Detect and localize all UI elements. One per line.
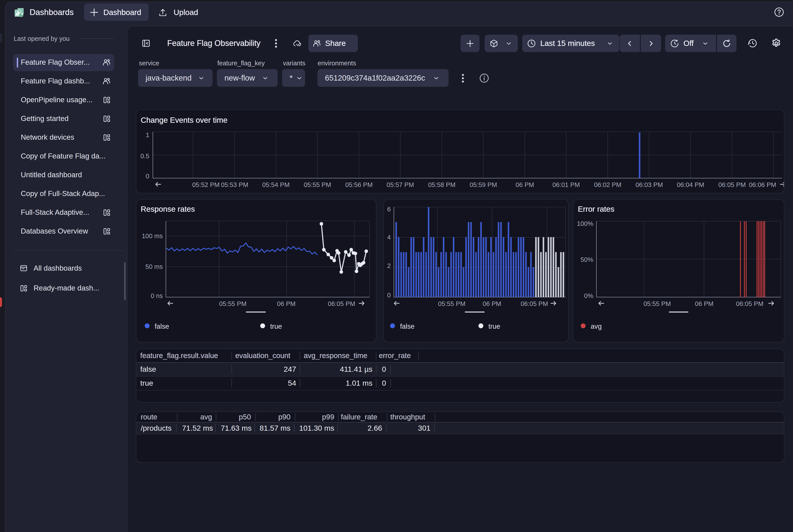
svg-text:06:06 PM: 06:06 PM [749, 181, 776, 188]
svg-text:0 ns: 0 ns [151, 292, 163, 299]
svg-text:06:05 PM: 06:05 PM [521, 300, 548, 307]
svg-text:06:04 PM: 06:04 PM [677, 181, 704, 188]
svg-text:06:05 PM: 06:05 PM [718, 181, 746, 188]
svg-text:0.5: 0.5 [141, 153, 149, 159]
svg-text:05:55 PM: 05:55 PM [643, 300, 671, 307]
svg-text:2: 2 [387, 262, 391, 269]
svg-text:05:57 PM: 05:57 PM [387, 181, 414, 188]
svg-text:50%: 50% [580, 256, 593, 263]
svg-text:true: true [270, 323, 282, 330]
svg-text:1: 1 [146, 131, 149, 138]
svg-text:06:03 PM: 06:03 PM [635, 181, 663, 188]
svg-text:05:55 PM: 05:55 PM [438, 300, 465, 307]
svg-text:06:01 PM: 06:01 PM [552, 181, 580, 188]
svg-text:avg: avg [591, 323, 602, 330]
svg-text:06:05 PM: 06:05 PM [736, 300, 763, 307]
svg-text:05:55 PM: 05:55 PM [219, 300, 246, 307]
svg-text:4: 4 [387, 234, 391, 241]
svg-text:05:54 PM: 05:54 PM [262, 181, 290, 188]
svg-text:06 PM: 06 PM [516, 181, 534, 188]
svg-text:0: 0 [387, 291, 391, 299]
svg-text:05:52 PM: 05:52 PM [192, 181, 220, 188]
svg-text:100 ms: 100 ms [142, 232, 163, 240]
svg-text:05:58 PM: 05:58 PM [428, 181, 456, 188]
svg-text:06:02 PM: 06:02 PM [594, 181, 621, 188]
svg-text:false: false [400, 323, 414, 330]
svg-text:50 ms: 50 ms [145, 263, 163, 270]
svg-text:true: true [488, 323, 500, 330]
svg-text:06:05 PM: 06:05 PM [328, 300, 355, 307]
svg-text:06 PM: 06 PM [695, 300, 714, 307]
svg-text:06 PM: 06 PM [483, 300, 501, 307]
svg-text:0%: 0% [584, 292, 593, 299]
svg-text:false: false [154, 323, 169, 330]
svg-text:05:55 PM: 05:55 PM [304, 181, 331, 188]
svg-text:6: 6 [387, 206, 391, 213]
svg-text:06 PM: 06 PM [277, 300, 296, 307]
svg-text:100%: 100% [577, 220, 593, 227]
svg-text:0: 0 [146, 173, 149, 180]
svg-text:05:59 PM: 05:59 PM [469, 181, 497, 188]
svg-text:05:56 PM: 05:56 PM [345, 181, 373, 188]
svg-text:05:53 PM: 05:53 PM [221, 181, 248, 188]
